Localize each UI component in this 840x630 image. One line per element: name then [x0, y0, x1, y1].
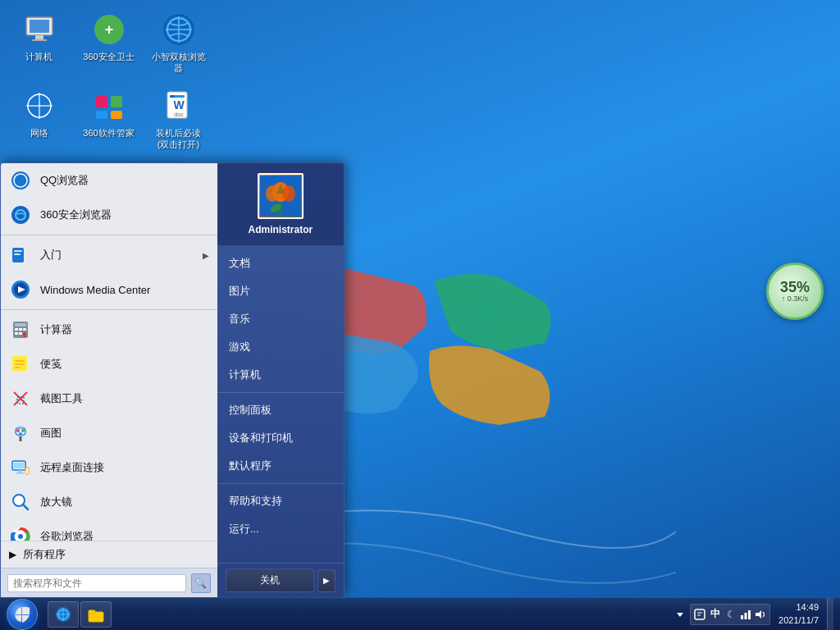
rdp-icon: [9, 456, 32, 479]
user-section: Administrator: [217, 163, 344, 246]
paint-label: 画图: [40, 426, 62, 441]
qq-browser-label: QQ浏览器: [40, 173, 89, 188]
start-item-magnifier[interactable]: 放大镜: [1, 485, 217, 519]
svg-text:W: W: [173, 98, 185, 112]
svg-point-62: [18, 534, 23, 539]
start-menu: QQ浏览器 360安全浏览器 入门: [0, 162, 345, 597]
right-item-controlpanel[interactable]: 控制面板: [217, 396, 344, 424]
desktop-icon-row-2: 网络 360软件管家 Wdoc 装机后必读(双击打开): [8, 84, 209, 154]
svg-rect-33: [15, 323, 26, 326]
start-item-wmc[interactable]: Windows Media Center: [1, 272, 217, 307]
svg-rect-75: [89, 610, 95, 614]
svg-rect-3: [32, 39, 47, 41]
tray-expand-button[interactable]: [673, 608, 687, 621]
start-button[interactable]: [0, 598, 44, 631]
right-item-games[interactable]: 游戏: [217, 333, 344, 361]
right-item-run[interactable]: 运行...: [217, 515, 344, 543]
shutdown-button[interactable]: 关机: [226, 568, 314, 592]
tray-volume-icon[interactable]: [754, 608, 767, 621]
right-item-music[interactable]: 音乐: [217, 305, 344, 333]
qq-browser-icon: [9, 169, 32, 192]
tray-action-center-icon[interactable]: [693, 608, 706, 621]
svg-rect-38: [19, 332, 22, 335]
svg-rect-37: [15, 332, 18, 335]
svg-rect-34: [15, 328, 18, 331]
start-item-chrome[interactable]: 谷歌浏览器: [1, 519, 217, 541]
taskbar-explorer-button[interactable]: [80, 601, 112, 628]
stickynotes-icon: [9, 353, 32, 376]
desktop-icon-postinstall[interactable]: Wdoc 装机后必读(双击打开): [148, 84, 209, 154]
sniptool-icon: [9, 387, 32, 410]
all-programs-item[interactable]: ▶ 所有程序: [1, 541, 217, 568]
360guard-icon-label: 360安全卫士: [83, 51, 134, 62]
desktop-icon-computer[interactable]: 计算机: [8, 8, 70, 78]
shutdown-arrow-button[interactable]: ▶: [317, 569, 336, 592]
svg-rect-27: [14, 250, 22, 252]
svg-rect-14: [96, 96, 107, 107]
right-items-list: 文档 图片 音乐 游戏 计算机 控制面板 设备: [217, 246, 344, 563]
games-label: 游戏: [229, 340, 250, 354]
search-input[interactable]: [7, 574, 186, 592]
tray-network-icon[interactable]: [739, 608, 752, 621]
desktop-icon-360mgr[interactable]: 360软件管家: [78, 84, 139, 154]
clock[interactable]: 14:49 2021/11/7: [774, 601, 824, 627]
svg-rect-35: [19, 328, 22, 331]
360browser-icon: [9, 203, 32, 226]
calculator-icon: [9, 318, 32, 341]
start-menu-right: Administrator 文档 图片 音乐 游戏 计算机: [217, 163, 344, 597]
start-orb: [7, 599, 38, 630]
show-desktop-button[interactable]: [827, 598, 833, 631]
desktop-icon-browser[interactable]: 小智双核浏览器: [148, 8, 209, 78]
right-item-devices[interactable]: 设备和打印机: [217, 424, 344, 452]
360browser-label: 360安全浏览器: [40, 208, 112, 222]
svg-marker-83: [756, 610, 761, 619]
desktop-icon-network[interactable]: 网络: [8, 84, 70, 154]
start-menu-items: QQ浏览器 360安全浏览器 入门: [1, 163, 217, 541]
tray-language-indicator[interactable]: 中: [708, 607, 723, 621]
right-separator-2: [217, 483, 344, 484]
tray-icons-group: 中 ☾: [690, 604, 770, 625]
start-item-qq-browser[interactable]: QQ浏览器: [1, 163, 217, 198]
intro-arrow: ▶: [203, 251, 209, 260]
desktop-icons-container: 计算机 + 360安全卫士 小智双核浏览器 网络: [8, 8, 209, 153]
computer-icon: [21, 11, 57, 48]
start-item-360-browser[interactable]: 360安全浏览器: [1, 198, 217, 232]
start-item-calculator[interactable]: 计算器: [1, 313, 217, 347]
rdp-label: 远程桌面连接: [40, 460, 104, 475]
right-item-help[interactable]: 帮助和支持: [217, 487, 344, 515]
start-item-paint[interactable]: 画图: [1, 416, 217, 450]
right-item-computer[interactable]: 计算机: [217, 361, 344, 389]
svg-rect-77: [695, 609, 705, 619]
user-avatar[interactable]: [258, 173, 304, 219]
desktop-icon-360guard[interactable]: + 360安全卫士: [78, 8, 139, 78]
svg-marker-76: [677, 613, 683, 617]
svg-rect-56: [16, 472, 24, 474]
right-item-documents[interactable]: 文档: [217, 249, 344, 277]
start-item-intro[interactable]: 入门 ▶: [1, 238, 217, 272]
start-item-stickynotes[interactable]: 便笺: [1, 347, 217, 381]
all-programs-arrow-icon: ▶: [9, 549, 16, 560]
taskbar-items: [44, 601, 667, 628]
desktop-icon-row-1: 计算机 + 360安全卫士 小智双核浏览器: [8, 8, 209, 78]
right-item-pictures[interactable]: 图片: [217, 277, 344, 305]
svg-rect-82: [748, 610, 751, 619]
start-separator-2: [1, 309, 217, 310]
start-item-sniptool[interactable]: 截图工具: [1, 381, 217, 416]
svg-text:+: +: [104, 21, 113, 38]
svg-rect-20: [170, 95, 175, 98]
computer-right-label: 计算机: [229, 368, 261, 382]
right-item-defaults[interactable]: 默认程序: [217, 452, 344, 480]
tray-moon-icon[interactable]: ☾: [724, 608, 737, 621]
search-button[interactable]: 🔍: [191, 573, 211, 593]
svg-point-50: [21, 429, 25, 432]
desktop: 计算机 + 360安全卫士 小智双核浏览器 网络: [0, 0, 840, 630]
taskbar-ie-button[interactable]: [48, 601, 79, 628]
windows-flag-icon: [13, 605, 31, 623]
network-speed-widget[interactable]: 35% ↑ 0.3K/s: [766, 262, 824, 320]
start-search-bar: 🔍: [1, 568, 217, 597]
magnifier-label: 放大镜: [40, 495, 72, 509]
shutdown-section: 关机 ▶: [217, 563, 344, 597]
defaults-label: 默认程序: [229, 459, 272, 473]
start-item-rdp[interactable]: 远程桌面连接: [1, 450, 217, 485]
svg-rect-36: [23, 328, 26, 331]
